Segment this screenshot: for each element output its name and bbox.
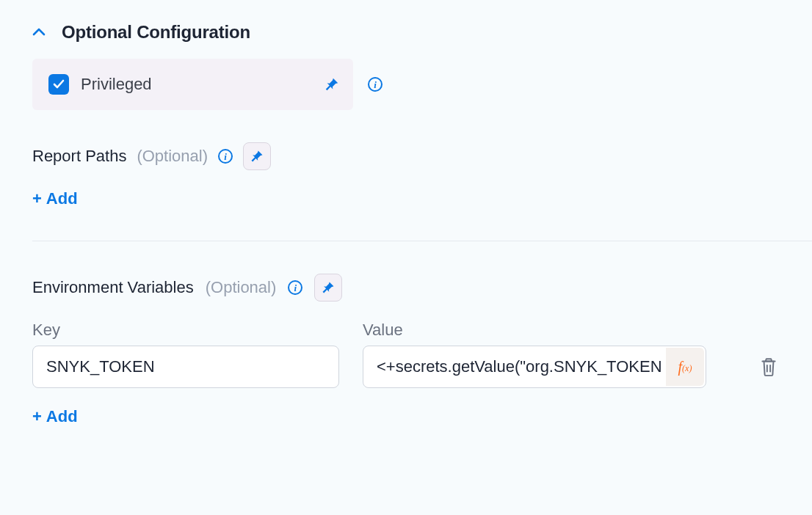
info-icon[interactable]: i (368, 77, 383, 92)
pin-button[interactable] (243, 142, 271, 170)
privileged-field: Privileged (32, 59, 353, 110)
delete-row-button[interactable] (759, 357, 778, 377)
section-header[interactable]: Optional Configuration (32, 22, 812, 43)
plus-icon: + (32, 407, 42, 426)
env-vars-header: Environment Variables (Optional) i (32, 274, 812, 302)
optional-configuration-section: Optional Configuration Privileged i Repo… (0, 0, 812, 448)
section-title: Optional Configuration (62, 22, 250, 43)
info-icon[interactable]: i (288, 280, 302, 295)
privileged-row: Privileged i (32, 59, 812, 110)
section-divider (32, 241, 812, 241)
expression-toggle[interactable]: f(x) (666, 348, 704, 386)
pin-button[interactable] (314, 274, 342, 302)
report-paths-header: Report Paths (Optional) i (32, 142, 812, 170)
add-env-var-button[interactable]: + Add (32, 407, 78, 426)
add-label: Add (46, 189, 78, 208)
privileged-label: Privileged (81, 75, 152, 94)
env-var-value-wrap: f(x) (363, 346, 706, 388)
key-column-header: Key (32, 321, 363, 340)
privileged-checkbox[interactable] (48, 74, 69, 95)
env-var-key-input[interactable] (32, 346, 339, 388)
report-paths-optional: (Optional) (137, 147, 208, 166)
fx-icon-sub: (x) (682, 363, 692, 374)
plus-icon: + (32, 189, 42, 208)
info-icon[interactable]: i (218, 149, 233, 164)
env-vars-optional: (Optional) (206, 278, 277, 297)
report-paths-label: Report Paths (32, 147, 126, 166)
env-vars-label: Environment Variables (32, 278, 194, 297)
pin-icon[interactable] (324, 76, 340, 92)
env-var-row: f(x) (32, 346, 812, 388)
env-vars-column-headers: Key Value (32, 321, 812, 340)
chevron-up-icon[interactable] (32, 26, 46, 39)
env-var-value-input[interactable] (363, 346, 706, 388)
add-label: Add (46, 407, 78, 426)
value-column-header: Value (363, 321, 706, 340)
add-report-path-button[interactable]: + Add (32, 189, 78, 208)
